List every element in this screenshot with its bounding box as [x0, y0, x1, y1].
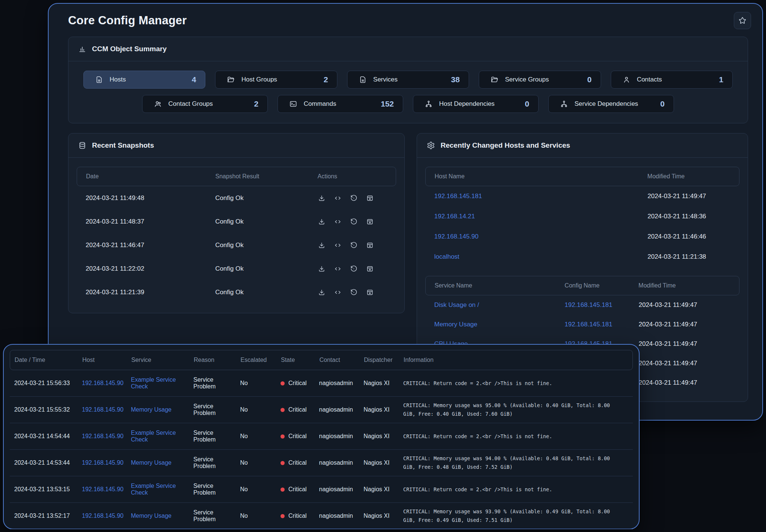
col-header-service: Service: [131, 357, 194, 363]
event-contact: nagiosadmin: [319, 433, 364, 440]
event-service-link[interactable]: Example Service Check: [131, 483, 193, 496]
folder-icon: [490, 76, 499, 84]
code-icon[interactable]: [334, 194, 341, 202]
restore-icon[interactable]: [350, 218, 358, 225]
snapshot-date: 2024-03-21 11:21:39: [86, 289, 215, 296]
snapshot-actions: [318, 242, 387, 249]
summary-button-label: Host Dependencies: [439, 100, 494, 108]
download-icon[interactable]: [318, 194, 325, 202]
host-link[interactable]: 192.168.145.181: [434, 193, 647, 200]
changed-title: Recently Changed Hosts and Services: [441, 141, 570, 150]
summary-button-count: 2: [324, 75, 328, 84]
page-title: Core Config Manager: [68, 14, 187, 27]
event-service-link[interactable]: Memory Usage: [131, 406, 193, 413]
summary-button-contacts[interactable]: Contacts 1: [611, 71, 733, 89]
critical-dot-icon: [281, 461, 285, 465]
changed-host-row: 192.168.145.90 2024-03-21 11:46:46: [425, 227, 739, 247]
restore-icon[interactable]: [350, 265, 358, 273]
host-link[interactable]: 192.168.14.21: [434, 213, 647, 220]
summary-button-host-dependencies[interactable]: Host Dependencies 0: [413, 95, 539, 113]
summary-button-service-groups[interactable]: Service Groups 0: [479, 71, 601, 89]
restore-icon[interactable]: [350, 242, 358, 249]
summary-button-commands[interactable]: Commands 152: [278, 95, 403, 113]
service-link[interactable]: Disk Usage on /: [434, 301, 564, 309]
restore-icon[interactable]: [350, 194, 358, 202]
event-host-link[interactable]: 192.168.145.90: [82, 406, 131, 413]
summary-panel-header: CCM Object Summary: [68, 37, 748, 61]
col-header-contact: Contact: [319, 357, 364, 363]
archive-icon[interactable]: [366, 289, 374, 296]
code-icon[interactable]: [334, 265, 341, 273]
event-host-link[interactable]: 192.168.145.90: [82, 486, 131, 493]
download-icon[interactable]: [318, 218, 325, 225]
event-row: 2024-03-21 13:53:15 192.168.145.90 Examp…: [10, 476, 633, 503]
event-information: CRITICAL: Return code = 2.<br />This is …: [403, 485, 628, 494]
summary-button-services[interactable]: Services 38: [347, 71, 469, 89]
summary-button-label: Service Groups: [505, 76, 549, 83]
snapshots-table: Date Snapshot Result Actions 2024-03-21 …: [68, 158, 404, 313]
snapshot-row: 2024-03-21 11:49:48 Config Ok: [77, 186, 396, 210]
event-escalated: No: [240, 486, 281, 493]
event-reason: Service Problem: [193, 456, 240, 470]
event-host-link[interactable]: 192.168.145.90: [82, 459, 131, 466]
config-link[interactable]: 192.168.145.181: [564, 301, 638, 309]
archive-icon[interactable]: [366, 242, 374, 249]
changed-services-header: Service Name Config Name Modified Time: [425, 276, 739, 295]
service-modified-time: 2024-03-21 11:49:47: [638, 379, 730, 387]
host-link[interactable]: 192.168.145.90: [434, 233, 647, 240]
download-icon[interactable]: [318, 242, 325, 249]
event-datetime: 2024-03-21 15:56:33: [14, 380, 82, 387]
archive-icon[interactable]: [366, 194, 374, 202]
event-service-link[interactable]: Memory Usage: [131, 513, 193, 519]
snapshot-result: Config Ok: [215, 289, 318, 296]
event-row: 2024-03-21 14:54:44 192.168.145.90 Examp…: [10, 423, 633, 450]
archive-icon[interactable]: [366, 265, 374, 273]
critical-dot-icon: [281, 488, 285, 492]
summary-button-service-dependencies[interactable]: Service Dependencies 0: [548, 95, 674, 113]
summary-button-count: 0: [587, 75, 592, 84]
snapshot-actions: [318, 265, 387, 273]
event-service-link[interactable]: Memory Usage: [131, 459, 193, 466]
event-reason: Service Problem: [193, 483, 240, 496]
event-host-link[interactable]: 192.168.145.90: [82, 513, 131, 519]
event-host-link[interactable]: 192.168.145.90: [82, 380, 131, 387]
event-information: CRITICAL: Memory usage was 93.90 % (Avai…: [403, 507, 628, 525]
event-host-link[interactable]: 192.168.145.90: [82, 433, 131, 440]
file-icon: [95, 76, 103, 84]
snapshot-row: 2024-03-21 11:21:39 Config Ok: [77, 280, 396, 304]
event-state: Critical: [281, 433, 319, 440]
col-header-escalated: Escalated: [240, 357, 281, 363]
summary-button-hosts[interactable]: Hosts 4: [83, 71, 205, 89]
code-icon[interactable]: [334, 289, 341, 296]
event-state-label: Critical: [288, 486, 307, 493]
critical-dot-icon: [281, 514, 285, 518]
host-modified-time: 2024-03-21 11:49:47: [647, 193, 730, 200]
event-state-label: Critical: [288, 433, 307, 440]
favorite-button[interactable]: [734, 12, 751, 29]
download-icon[interactable]: [318, 289, 325, 296]
network-icon: [560, 100, 568, 108]
critical-dot-icon: [281, 434, 285, 439]
archive-icon[interactable]: [366, 218, 374, 225]
event-service-link[interactable]: Example Service Check: [131, 376, 193, 390]
col-header-result: Snapshot Result: [215, 173, 318, 180]
event-service-link[interactable]: Example Service Check: [131, 430, 193, 443]
summary-button-host-groups[interactable]: Host Groups 2: [215, 71, 337, 89]
event-datetime: 2024-03-21 14:53:44: [14, 459, 82, 466]
event-reason: Service Problem: [193, 430, 240, 443]
code-icon[interactable]: [334, 242, 341, 249]
event-state: Critical: [281, 380, 319, 387]
service-link[interactable]: Memory Usage: [434, 321, 564, 328]
event-dispatcher: Nagios XI: [364, 433, 403, 440]
event-state: Critical: [281, 406, 319, 413]
snapshots-panel-header: Recent Snapshots: [68, 133, 404, 158]
config-link[interactable]: 192.168.145.181: [564, 321, 638, 328]
host-modified-time: 2024-03-21 11:48:36: [647, 213, 730, 220]
restore-icon[interactable]: [350, 289, 358, 296]
snapshot-row: 2024-03-21 11:46:47 Config Ok: [77, 233, 396, 257]
summary-button-contact-groups[interactable]: Contact Groups 2: [142, 95, 268, 113]
code-icon[interactable]: [334, 218, 341, 225]
download-icon[interactable]: [318, 265, 325, 273]
snapshot-date: 2024-03-21 11:48:37: [86, 218, 215, 225]
host-link[interactable]: localhost: [434, 253, 647, 261]
